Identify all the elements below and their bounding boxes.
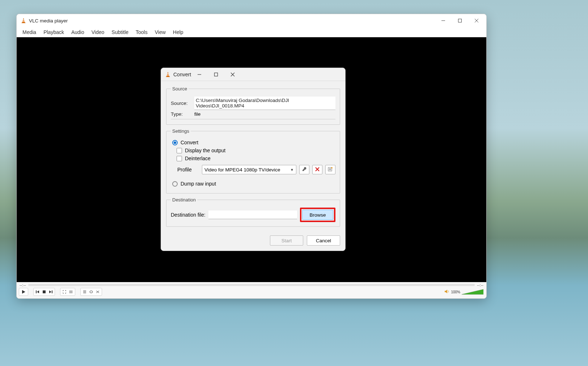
settings-legend: Settings [171, 128, 191, 134]
svg-rect-28 [215, 73, 218, 76]
speaker-icon[interactable] [444, 289, 449, 295]
dialog-title: Convert [173, 72, 191, 77]
svg-marker-0 [22, 18, 25, 23]
shuffle-button[interactable] [94, 288, 101, 295]
type-label: Type: [171, 111, 191, 117]
svg-rect-2 [22, 21, 25, 22]
svg-marker-12 [49, 290, 51, 293]
menu-tools[interactable]: Tools [132, 29, 151, 36]
svg-rect-3 [22, 22, 26, 23]
menu-playback[interactable]: Playback [40, 29, 68, 36]
svg-rect-24 [167, 73, 169, 74]
main-titlebar: VLC media player [17, 14, 486, 27]
edit-profile-button[interactable] [299, 165, 309, 174]
dialog-maximize-button[interactable] [208, 69, 224, 80]
fullscreen-button[interactable] [61, 288, 68, 295]
start-button[interactable]: Start [270, 235, 303, 246]
source-label: Source: [171, 101, 191, 106]
profile-select[interactable]: Video for MPEG4 1080p TV/device ▼ [202, 165, 296, 174]
destination-section: Destination Destination file: Browse [166, 197, 340, 227]
menu-help[interactable]: Help [169, 29, 187, 36]
close-button[interactable] [468, 15, 485, 26]
dialog-titlebar: Convert [161, 68, 345, 81]
time-total: --:-- [477, 283, 483, 287]
prev-button[interactable] [34, 288, 41, 295]
volume-slider[interactable] [462, 289, 483, 295]
play-button[interactable] [19, 288, 28, 296]
svg-rect-1 [23, 20, 25, 20]
maximize-button[interactable] [452, 15, 468, 26]
source-legend: Source [171, 86, 189, 92]
type-value: file [194, 111, 200, 117]
svg-rect-5 [458, 19, 462, 22]
svg-marker-8 [22, 290, 25, 294]
browse-highlight: Browse [300, 208, 335, 222]
source-value: C:\Users\Manuviraj Godara\Downloads\DJI … [194, 97, 335, 110]
profile-value: Video for MPEG4 1080p TV/device [204, 167, 280, 173]
dialog-minimize-button[interactable] [191, 69, 208, 80]
svg-marker-10 [37, 290, 39, 293]
playlist-button[interactable] [81, 288, 88, 295]
minimize-button[interactable] [435, 15, 452, 26]
menu-audio[interactable]: Audio [68, 29, 88, 36]
menu-video[interactable]: Video [88, 29, 108, 36]
deinterlace-label: Deinterlace [185, 156, 211, 161]
status-bar: --:-- --:-- [17, 282, 486, 298]
svg-rect-11 [43, 290, 46, 293]
extended-settings-button[interactable] [68, 288, 74, 295]
view-group [60, 288, 75, 296]
svg-marker-23 [166, 72, 169, 77]
dialog-close-button[interactable] [224, 69, 241, 80]
new-list-icon [328, 167, 333, 173]
delete-x-icon [315, 167, 320, 173]
display-output-label: Display the output [185, 148, 225, 153]
svg-rect-9 [36, 290, 37, 293]
dump-raw-label: Dump raw input [181, 181, 216, 187]
wrench-icon [302, 167, 307, 173]
source-section: Source Source: C:\Users\Manuviraj Godara… [166, 86, 340, 125]
transport-group [33, 288, 55, 296]
settings-section: Settings Convert Display the output Dein… [166, 128, 340, 193]
convert-radio[interactable] [172, 140, 178, 145]
convert-radio-label: Convert [181, 140, 198, 145]
volume-label: 100% [451, 290, 460, 294]
svg-marker-20 [445, 290, 447, 293]
next-button[interactable] [47, 288, 54, 295]
chevron-down-icon: ▼ [290, 168, 294, 172]
dump-raw-radio[interactable] [172, 181, 178, 187]
display-output-checkbox[interactable] [177, 148, 182, 153]
browse-button[interactable]: Browse [302, 210, 333, 220]
loop-button[interactable] [88, 288, 94, 295]
menu-media[interactable]: Media [19, 29, 40, 36]
menu-view[interactable]: View [151, 29, 169, 36]
delete-profile-button[interactable] [312, 165, 322, 174]
stop-button[interactable] [41, 288, 47, 295]
new-profile-button[interactable] [325, 165, 335, 174]
vlc-cone-icon [20, 17, 27, 24]
destination-label: Destination file: [171, 212, 206, 218]
destination-legend: Destination [171, 197, 197, 203]
app-title: VLC media player [29, 18, 68, 24]
destination-input[interactable] [208, 210, 297, 219]
vlc-cone-icon [165, 71, 171, 78]
svg-point-37 [331, 167, 333, 169]
profile-label: Profile [177, 167, 199, 173]
seek-slider[interactable] [28, 284, 475, 286]
time-elapsed: --:-- [20, 283, 26, 287]
menu-subtitle[interactable]: Subtitle [108, 29, 132, 36]
convert-dialog: Convert Source Source: C:\Users\Manuvira… [161, 68, 346, 251]
svg-rect-26 [166, 76, 170, 77]
svg-rect-13 [52, 290, 52, 293]
svg-rect-25 [167, 75, 169, 75]
playlist-group [80, 288, 102, 296]
deinterlace-checkbox[interactable] [177, 156, 182, 161]
menu-bar: Media Playback Audio Video Subtitle Tool… [17, 27, 486, 37]
cancel-button[interactable]: Cancel [307, 235, 340, 246]
